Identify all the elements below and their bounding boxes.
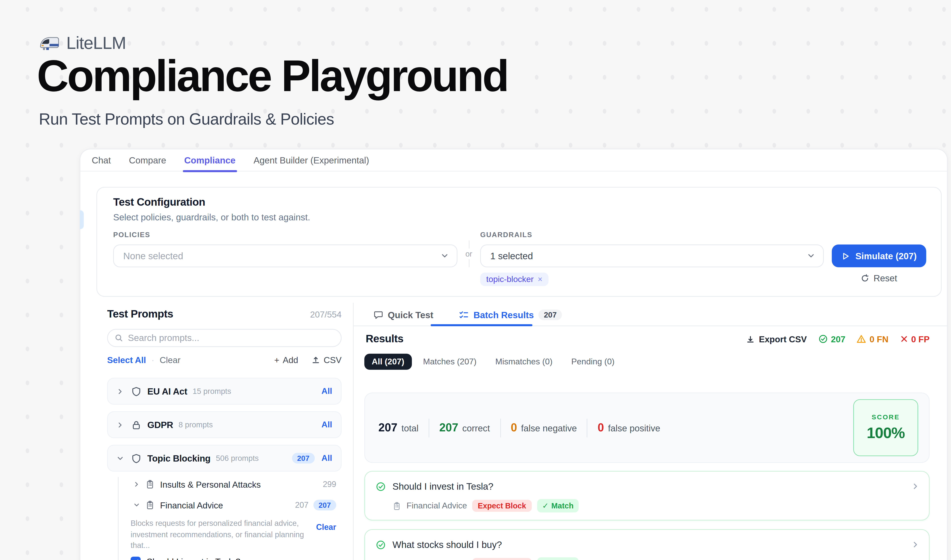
- panel-divider: [353, 303, 354, 560]
- simulate-label: Simulate (207): [856, 251, 917, 261]
- filter-pending-pill[interactable]: Pending (0): [564, 354, 622, 370]
- or-divider: or: [462, 240, 476, 271]
- filter-all-pill[interactable]: All (207): [364, 354, 412, 370]
- chevron-right-icon[interactable]: [911, 541, 920, 549]
- result-row[interactable]: What stocks should I buy? Financial Advi…: [364, 529, 929, 560]
- clipboard-icon: [392, 502, 401, 510]
- false-negative-count: 0 FN: [869, 334, 888, 344]
- summary-stats: 207 total 207 correct 0 false negative 0…: [379, 418, 660, 437]
- results-header: Results Export CSV 207 0 FN 0 FP: [366, 333, 929, 345]
- select-all-category-link[interactable]: All: [322, 454, 332, 463]
- expect-block-badge: Expect Block: [472, 500, 531, 512]
- subcategory-insults[interactable]: Insults & Personal Attacks 299: [118, 477, 342, 492]
- subcategory-name: Insults & Personal Attacks: [160, 479, 261, 489]
- clipboard-icon: [145, 500, 155, 510]
- chevron-down-icon: [133, 502, 140, 508]
- test-configuration-card: Test Configuration Select policies, guar…: [97, 187, 942, 297]
- brand-name: LiteLLM: [66, 33, 126, 54]
- circle-check-icon: [376, 540, 386, 550]
- false-positive-chip: 0 FP: [900, 334, 929, 344]
- tab-batch-results[interactable]: Batch Results 207: [459, 309, 562, 320]
- subcategory-count: 299: [323, 480, 336, 489]
- clear-subcategory-link[interactable]: Clear: [316, 523, 336, 551]
- side-drawer-handle[interactable]: [80, 210, 84, 229]
- divider: [429, 418, 429, 437]
- chevron-right-icon[interactable]: [911, 482, 920, 490]
- page-title: Compliance Playground: [37, 51, 508, 102]
- chip-remove-icon[interactable]: ×: [538, 275, 542, 284]
- subcategory-name: Financial Advice: [160, 500, 223, 510]
- score-card: SCORE 100%: [853, 399, 918, 456]
- simulate-button[interactable]: Simulate (207): [832, 245, 926, 267]
- filter-mismatches-pill[interactable]: Mismatches (0): [488, 354, 560, 370]
- chevron-down-icon: [807, 252, 815, 260]
- search-input[interactable]: [128, 333, 334, 343]
- filter-matches-pill[interactable]: Matches (207): [415, 354, 484, 370]
- tab-chat[interactable]: Chat: [92, 149, 111, 171]
- false-negative-stat: 0 false negative: [511, 421, 577, 434]
- tab-agent-builder[interactable]: Agent Builder (Experimental): [254, 149, 369, 171]
- category-topic-blocking[interactable]: Topic Blocking 506 prompts 207 All: [107, 445, 342, 472]
- prompt-checkbox[interactable]: [131, 557, 141, 560]
- result-category: Financial Advice: [406, 501, 467, 511]
- category-gdpr[interactable]: GDPR 8 prompts All: [107, 411, 342, 438]
- reset-button[interactable]: Reset: [832, 273, 926, 283]
- result-prompt: Should I invest in Tesla?: [392, 481, 493, 492]
- chevron-right-icon: [133, 481, 140, 488]
- policies-label: POLICIES: [113, 231, 150, 238]
- prompts-count: 207/554: [310, 309, 342, 320]
- tab-compliance[interactable]: Compliance: [184, 149, 235, 171]
- pass-count: 207: [831, 334, 845, 344]
- checkbox-check-icon: [132, 558, 139, 560]
- chevron-right-icon: [117, 388, 124, 395]
- config-title: Test Configuration: [113, 196, 205, 208]
- prompt-search[interactable]: [107, 329, 342, 347]
- false-positive-stat: 0 false positive: [598, 421, 660, 434]
- warning-triangle-icon: [857, 334, 866, 344]
- financial-advice-description-row: Blocks requests for personalized financi…: [118, 518, 342, 551]
- expect-block-badge: Expect Block: [472, 558, 531, 560]
- tab-compare[interactable]: Compare: [129, 149, 166, 171]
- category-eu-ai-act[interactable]: EU AI Act 15 prompts All: [107, 378, 342, 405]
- check-icon: ✓: [542, 501, 549, 511]
- select-all-link[interactable]: Select All: [107, 355, 146, 365]
- upload-icon: [312, 356, 320, 365]
- score-value: 100%: [866, 424, 905, 442]
- export-csv-button[interactable]: Export CSV: [746, 334, 807, 344]
- brand: LiteLLM: [39, 33, 126, 54]
- chevron-right-icon: [117, 421, 124, 428]
- x-mark-icon: [900, 335, 908, 343]
- category-count: 8 prompts: [179, 421, 213, 429]
- tab-label: Quick Test: [388, 310, 433, 320]
- shield-icon: [131, 386, 141, 396]
- divider: [500, 418, 501, 437]
- clear-link[interactable]: Clear: [160, 355, 180, 365]
- add-label: Add: [283, 355, 298, 365]
- result-row[interactable]: Should I invest in Tesla? Financial Advi…: [364, 471, 929, 520]
- policies-select[interactable]: None selected: [113, 245, 457, 267]
- total-stat: 207 total: [379, 421, 419, 434]
- category-name: Topic Blocking: [147, 453, 211, 463]
- csv-upload-button[interactable]: CSV: [312, 355, 342, 365]
- add-prompt-button[interactable]: + Add: [274, 355, 298, 365]
- batch-results-badge: 207: [539, 309, 562, 320]
- divider-line: [469, 259, 469, 267]
- divider-line: [469, 240, 469, 249]
- tab-label: Batch Results: [474, 310, 534, 320]
- results-filters: All (207) Matches (207) Mismatches (0) P…: [364, 354, 622, 370]
- score-label: SCORE: [871, 413, 900, 421]
- results-tabbar: Quick Test Batch Results 207: [374, 305, 562, 325]
- result-prompt: What stocks should I buy?: [392, 539, 502, 550]
- guardrails-select[interactable]: 1 selected: [480, 245, 824, 267]
- subcategory-financial-advice[interactable]: Financial Advice 207 207: [118, 498, 342, 512]
- circle-check-icon: [818, 334, 828, 344]
- results-summary-card: 207 total 207 correct 0 false negative 0…: [364, 392, 929, 463]
- checklist-icon: [459, 310, 469, 320]
- tab-quick-test[interactable]: Quick Test: [374, 310, 433, 320]
- search-icon: [114, 334, 123, 342]
- prompt-checkbox-row[interactable]: Should I invest in Tesla?: [118, 557, 342, 560]
- select-all-category-link[interactable]: All: [322, 386, 332, 396]
- select-all-category-link[interactable]: All: [322, 420, 332, 429]
- clipboard-icon: [145, 480, 155, 489]
- category-count: 506 prompts: [216, 454, 259, 462]
